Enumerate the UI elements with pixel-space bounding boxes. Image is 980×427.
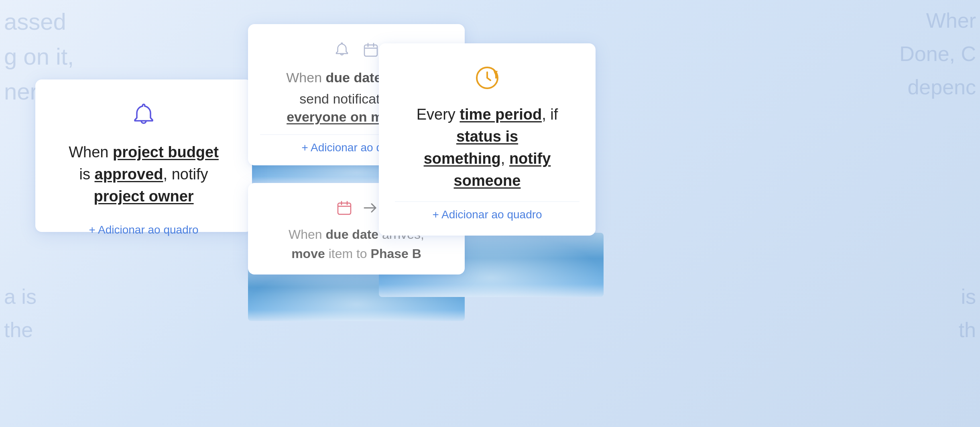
card2b-due-date: due date	[326, 227, 379, 242]
card2b-arrow-icon	[362, 200, 378, 216]
card1-notify: , notify	[163, 166, 208, 183]
clock-icon	[473, 63, 502, 92]
card2-bell-icon	[332, 40, 352, 59]
card2b-calendar-icon	[335, 198, 354, 218]
bell-icon	[128, 100, 160, 132]
svg-rect-4	[338, 203, 351, 214]
card-every-time-period: Every time period, if status is somethin…	[379, 43, 596, 236]
card2b-move: move	[291, 246, 325, 261]
bg-text-top-right: Wher Done, C depenc	[899, 0, 980, 104]
card2-when: When	[286, 70, 325, 85]
card3-divider	[395, 201, 579, 202]
card2b-icons-row	[335, 198, 378, 218]
card3-status-is: status is	[456, 128, 518, 145]
card2b-item-to: item to	[325, 246, 371, 261]
bg-text-bottom-left: a is the	[0, 280, 37, 347]
card1-add-link[interactable]: + Adicionar ao quadro	[89, 224, 198, 236]
card1-project-owner: project owner	[94, 188, 193, 205]
card1-text: When project budget is approved, notify …	[69, 141, 219, 207]
card3-every: Every	[417, 106, 460, 123]
card2-icons-row	[332, 40, 380, 59]
card1-when: When	[69, 144, 113, 161]
card3-add-link[interactable]: + Adicionar ao quadro	[432, 208, 542, 221]
card3-something: something	[424, 150, 501, 167]
card3-text: Every time period, if status is somethin…	[395, 104, 579, 192]
card2b-when: When	[289, 227, 325, 242]
card3-notify: ,	[501, 150, 509, 167]
card2-due-date: due date	[325, 70, 382, 85]
card1-project-budget: project budget	[113, 144, 219, 161]
card2-calendar-icon	[361, 40, 380, 59]
card1-approved: approved	[95, 166, 163, 183]
card2b-phase-b: Phase B	[371, 246, 421, 261]
card1-is: is	[79, 166, 95, 183]
card3-if: , if	[542, 106, 558, 123]
card3-time-period: time period	[460, 106, 542, 123]
card-project-budget: When project budget is approved, notify …	[35, 79, 252, 232]
svg-rect-0	[364, 45, 377, 56]
bg-text-bottom-right: is th	[959, 280, 980, 347]
